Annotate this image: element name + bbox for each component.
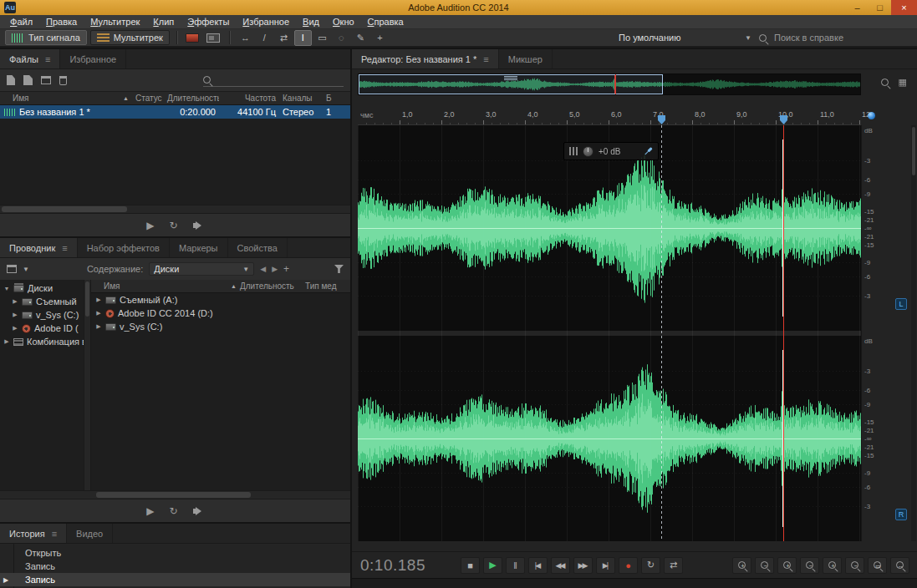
expand-icon[interactable]: ▶ [95,323,102,330]
panel-menu-icon[interactable]: ≡ [45,54,50,64]
tree-item[interactable]: ▼Диски [0,281,84,295]
expand-icon[interactable]: ▶ [95,297,102,303]
column-header[interactable]: Длительность [240,281,305,291]
menu-item[interactable]: Правка [39,16,84,28]
skip-selection-button[interactable]: ⇄ [664,557,683,574]
menu-item[interactable]: Окно [326,16,361,28]
help-search-input[interactable]: Поиск в справке [774,33,843,43]
range-grip-icon[interactable] [504,76,517,81]
loop-playback-button[interactable]: ↻ [170,505,178,517]
zoom-navigator[interactable] [358,74,861,95]
navigator-zoom-icon[interactable] [881,79,889,86]
add-shortcut-icon[interactable]: + [283,263,289,275]
tree-item[interactable]: ▶Комбинация в [0,335,84,348]
marquee-selection-tool[interactable]: ▭ [313,30,331,46]
razor-tool[interactable]: / [256,30,273,46]
move-tool[interactable]: ↔ [237,30,254,46]
menu-item[interactable]: Мультитрек [84,16,146,28]
right-channel-button[interactable]: R [895,509,907,520]
rewind-button[interactable]: ◀◀ [551,557,570,574]
scrollbar-thumb[interactable] [2,206,127,212]
zoom-out-amplitude-button[interactable]: − [845,557,864,574]
menu-item[interactable]: Справка [361,16,410,28]
close-button[interactable]: × [891,0,917,15]
lasso-selection-tool[interactable]: ◌ [333,30,350,46]
spectral-pitch-toggle[interactable] [205,30,222,46]
scrollbar-thumb[interactable] [96,492,251,498]
zoom-in-amplitude-button[interactable]: + [823,557,842,574]
slip-tool[interactable]: ⇄ [275,30,293,46]
column-header[interactable]: Длительность [164,94,219,103]
zoom-out-button[interactable]: − [755,557,774,574]
media-browser-icon[interactable] [41,76,51,84]
history-item[interactable]: Открыть [0,546,350,560]
tree-item[interactable]: ▶Adobe ID ( [0,322,84,335]
tree-item[interactable]: ▶v_Sys (C:) [0,308,84,322]
spectral-frequency-toggle[interactable] [184,30,201,46]
expand-icon[interactable]: ▶ [12,325,18,332]
import-file-icon[interactable] [7,75,15,85]
search-icon[interactable] [759,34,767,42]
tab[interactable]: Маркеры [170,238,228,257]
zoom-full-button[interactable]: ↔ [890,557,909,574]
paintbrush-tool[interactable]: ✎ [352,30,369,46]
back-icon[interactable]: ◀ [260,265,266,273]
history-item[interactable]: ▶Запись [0,573,350,586]
timeline-ruler[interactable]: чмс 1,02,03,04,05,06,07,08,09,010,011,01… [358,109,861,125]
column-header[interactable]: Имя▲ [0,94,132,103]
spot-healing-tool[interactable]: + [371,30,389,46]
files-search-input[interactable] [203,74,344,87]
autoplay-button[interactable] [193,220,204,231]
expand-icon[interactable]: ▶ [3,338,10,345]
forward-icon[interactable]: ▶ [272,265,278,273]
record-button[interactable]: ● [619,557,638,574]
grid-icon[interactable]: ▦ [899,77,907,88]
tab[interactable]: Микшер [499,49,553,68]
column-header[interactable]: Каналы [279,94,323,103]
chevron-down-icon[interactable]: ▼ [23,266,29,273]
autoplay-button[interactable] [193,506,204,516]
loop-playback-button[interactable]: ↻ [170,220,178,231]
tab[interactable]: Избранное [60,49,126,68]
tree-item[interactable]: ▶Съемный [0,295,84,308]
collapse-icon[interactable]: ▼ [3,286,10,291]
waveform-view-button[interactable]: Тип сигнала [5,30,87,45]
zoom-selection-button[interactable]: ▭ [868,557,887,574]
minimize-button[interactable]: – [846,0,869,15]
filter-icon[interactable] [334,265,344,273]
menu-item[interactable]: Вид [296,16,326,28]
tab[interactable]: История≡ [0,524,67,543]
play-button[interactable]: ▶ [483,557,502,574]
menu-item[interactable]: Клип [146,16,181,28]
list-item[interactable]: ▶Съемный (A:) [91,293,350,307]
zoom-in-button[interactable]: + [732,557,751,574]
vertical-scrollbar[interactable] [911,125,916,541]
delete-icon[interactable] [59,76,67,85]
vertical-scrollbar[interactable] [84,280,91,490]
time-display[interactable]: 0:10.185 [360,556,451,575]
volume-hud[interactable]: +0 dB [563,142,659,160]
visible-range-box[interactable] [359,74,663,94]
chevron-down-icon[interactable]: ▼ [745,34,751,42]
panel-menu-icon[interactable]: ≡ [483,54,488,64]
left-channel-button[interactable]: L [895,298,907,310]
fast-forward-button[interactable]: ▶▶ [573,557,593,574]
tab[interactable]: Набор эффектов [78,238,170,257]
scrollbar-thumb[interactable] [912,127,915,175]
workspace-select[interactable]: По умолчанию [619,33,737,43]
pin-icon[interactable] [641,144,655,159]
column-header[interactable]: Статус [132,94,164,103]
panel-menu-icon[interactable]: ≡ [52,529,57,539]
multitrack-view-button[interactable]: Мультитрек [90,30,170,45]
menu-item[interactable]: Эффекты [181,16,236,28]
tab[interactable]: Проводник≡ [0,238,78,257]
history-item[interactable]: Запись [0,560,350,573]
waveform-display[interactable] [358,125,861,541]
open-file-icon[interactable] [23,75,33,85]
gain-knob[interactable] [583,146,594,157]
play-button[interactable]: ▶ [146,220,154,231]
skip-to-start-button[interactable]: |◀ [528,557,548,574]
tab[interactable]: Редактор: Без названия 1 *≡ [352,49,499,68]
expand-icon[interactable]: ▶ [12,298,18,305]
panel-menu-icon[interactable]: ≡ [62,243,67,253]
